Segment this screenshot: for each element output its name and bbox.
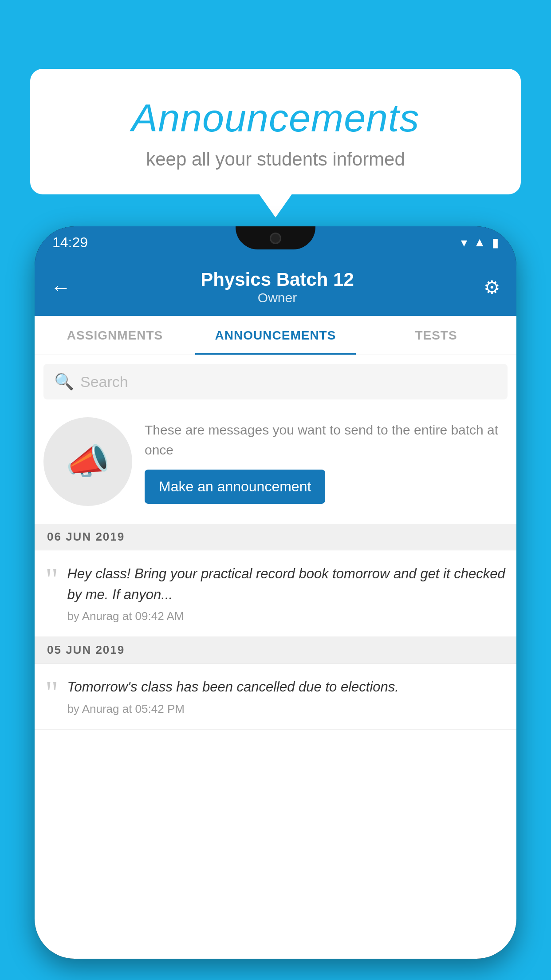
phone-wrapper: 14:29 ▾ ▲ ▮ ← Physics Batch 12 Owner ⚙ A…: [35, 226, 516, 980]
megaphone-icon: 📣: [66, 441, 110, 482]
make-announcement-button[interactable]: Make an announcement: [145, 470, 325, 504]
announcement-text-1: Hey class! Bring your practical record b…: [67, 564, 506, 605]
quote-icon-2: ": [45, 681, 58, 703]
signal-icon: ▲: [473, 235, 486, 249]
phone-camera: [270, 233, 281, 244]
app-bar-subtitle: Owner: [201, 290, 354, 305]
quote-icon-1: ": [45, 568, 58, 590]
tab-tests[interactable]: TESTS: [356, 316, 516, 355]
search-bar[interactable]: 🔍 Search: [43, 364, 508, 399]
settings-button[interactable]: ⚙: [484, 277, 500, 298]
empty-state: 📣 These are messages you want to send to…: [35, 399, 516, 524]
announcement-item-2[interactable]: " Tomorrow's class has been cancelled du…: [35, 664, 516, 730]
search-icon: 🔍: [54, 372, 74, 391]
announcement-card: Announcements keep all your students inf…: [30, 69, 521, 194]
announcement-text-2: Tomorrow's class has been cancelled due …: [67, 677, 506, 698]
search-placeholder: Search: [80, 373, 128, 391]
app-bar-center: Physics Batch 12 Owner: [201, 269, 354, 305]
tab-announcements[interactable]: ANNOUNCEMENTS: [195, 316, 356, 355]
app-bar: ← Physics Batch 12 Owner ⚙: [35, 258, 516, 316]
announcement-content-2: Tomorrow's class has been cancelled due …: [67, 677, 506, 716]
announcement-meta-2: by Anurag at 05:42 PM: [67, 702, 506, 716]
status-time: 14:29: [52, 234, 88, 251]
tabs-bar: ASSIGNMENTS ANNOUNCEMENTS TESTS: [35, 316, 516, 355]
announcement-item-1[interactable]: " Hey class! Bring your practical record…: [35, 550, 516, 637]
empty-state-description: These are messages you want to send to t…: [145, 420, 508, 460]
date-separator-2: 05 JUN 2019: [35, 637, 516, 664]
battery-icon: ▮: [492, 235, 499, 250]
app-bar-title: Physics Batch 12: [201, 269, 354, 290]
megaphone-circle: 📣: [43, 417, 132, 506]
card-title: Announcements: [52, 95, 499, 141]
announcement-meta-1: by Anurag at 09:42 AM: [67, 609, 506, 623]
wifi-icon: ▾: [461, 235, 467, 250]
status-icons: ▾ ▲ ▮: [461, 235, 499, 250]
date-separator-1: 06 JUN 2019: [35, 524, 516, 550]
tab-assignments[interactable]: ASSIGNMENTS: [35, 316, 195, 355]
card-subtitle: keep all your students informed: [52, 149, 499, 170]
announcement-content-1: Hey class! Bring your practical record b…: [67, 564, 506, 623]
back-button[interactable]: ←: [51, 275, 71, 299]
phone-notch: [236, 226, 315, 249]
empty-state-right: These are messages you want to send to t…: [145, 420, 508, 504]
phone-frame: 14:29 ▾ ▲ ▮ ← Physics Batch 12 Owner ⚙ A…: [35, 226, 516, 959]
content-area: 🔍 Search 📣 These are messages you want t…: [35, 355, 516, 959]
